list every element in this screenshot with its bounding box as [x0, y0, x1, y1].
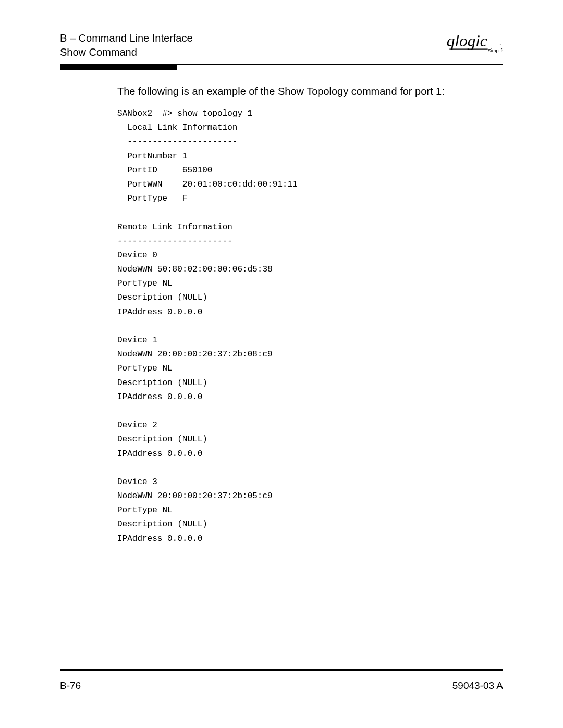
- header-divider: [60, 64, 503, 70]
- intro-text: The following is an example of the Show …: [117, 85, 503, 97]
- svg-text:™: ™: [498, 43, 501, 47]
- footer-divider: [60, 669, 503, 671]
- page-number: B-76: [60, 680, 81, 692]
- qlogic-logo: qlogic Simplify ™: [446, 31, 503, 57]
- svg-text:Simplify: Simplify: [488, 48, 503, 53]
- section-title: B – Command Line Interface Show Command: [60, 31, 193, 59]
- page-footer: B-76 59043-03 A: [60, 669, 503, 692]
- page-content: The following is an example of the Show …: [117, 85, 503, 546]
- page-header: B – Command Line Interface Show Command …: [60, 31, 503, 59]
- section-line1: B – Command Line Interface: [60, 31, 193, 45]
- code-block: SANbox2 #> show topology 1 Local Link In…: [117, 107, 503, 546]
- section-line2: Show Command: [60, 45, 193, 59]
- svg-text:qlogic: qlogic: [447, 32, 487, 50]
- doc-id: 59043-03 A: [452, 680, 503, 692]
